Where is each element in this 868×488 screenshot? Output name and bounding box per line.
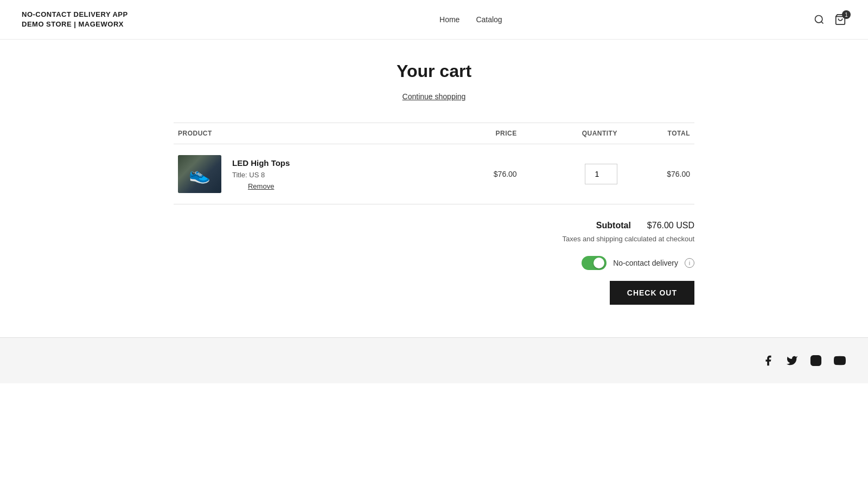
table-row: LED High Tops Title: US 8 Remove $76.00 … <box>174 144 694 204</box>
twitter-icon[interactable] <box>786 354 799 367</box>
subtotal-value: $76.00 USD <box>647 221 694 230</box>
product-info: LED High Tops Title: US 8 Remove <box>232 158 290 190</box>
product-cell: LED High Tops Title: US 8 Remove <box>178 155 444 193</box>
product-total: $76.00 <box>622 144 694 204</box>
cart-badge: 1 <box>842 10 851 19</box>
product-quantity-cell <box>521 144 622 204</box>
checkout-button[interactable]: CHECK OUT <box>610 281 694 305</box>
search-icon[interactable] <box>814 14 825 25</box>
product-image <box>178 155 221 193</box>
col-header-product: PRODUCT <box>174 123 449 144</box>
instagram-icon[interactable] <box>809 354 822 367</box>
product-name: LED High Tops <box>232 158 290 168</box>
nav-home[interactable]: Home <box>439 15 459 24</box>
cart-icon[interactable]: 1 <box>834 14 846 25</box>
product-variant: Title: US 8 <box>232 171 290 179</box>
no-contact-toggle[interactable] <box>582 256 607 270</box>
main-nav: Home Catalog <box>439 15 502 24</box>
quantity-input[interactable] <box>585 164 617 184</box>
footer <box>0 337 868 383</box>
page-title: Your cart <box>174 61 694 81</box>
social-links <box>762 354 846 367</box>
taxes-note: Taxes and shipping calculated at checkou… <box>562 235 694 243</box>
subtotal-row: Subtotal $76.00 USD <box>596 221 694 230</box>
header: NO-CONTACT DELIVERY APP DEMO STORE | MAG… <box>0 0 868 40</box>
continue-shopping-link[interactable]: Continue shopping <box>174 92 694 101</box>
cart-summary: Subtotal $76.00 USD Taxes and shipping c… <box>174 221 694 305</box>
remove-button[interactable]: Remove <box>232 182 290 190</box>
toggle-thumb <box>593 258 604 268</box>
nav-catalog[interactable]: Catalog <box>476 15 502 24</box>
col-header-quantity: QUANTITY <box>521 123 622 144</box>
cart-table: PRODUCT PRICE QUANTITY TOTAL LED High To… <box>174 123 694 204</box>
toggle-track <box>582 256 607 270</box>
info-icon[interactable]: i <box>685 258 694 268</box>
svg-line-1 <box>821 22 824 24</box>
col-header-price: PRICE <box>449 123 521 144</box>
col-header-total: TOTAL <box>622 123 694 144</box>
youtube-icon[interactable] <box>833 354 846 367</box>
site-logo[interactable]: NO-CONTACT DELIVERY APP DEMO STORE | MAG… <box>22 10 128 29</box>
facebook-icon[interactable] <box>762 354 775 367</box>
main-content: Your cart Continue shopping PRODUCT PRIC… <box>163 40 705 337</box>
product-price: $76.00 <box>449 144 521 204</box>
svg-point-0 <box>815 16 822 23</box>
no-contact-row: No-contact delivery i <box>582 256 694 270</box>
header-actions: 1 <box>814 14 846 25</box>
subtotal-label: Subtotal <box>596 221 631 230</box>
no-contact-label: No-contact delivery <box>613 259 678 267</box>
